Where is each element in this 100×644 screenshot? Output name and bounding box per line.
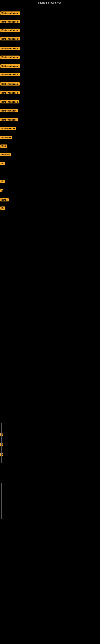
bottleneck-badge-24[interactable]: B — [0, 443, 3, 446]
bottleneck-badge-15[interactable]: Bottlenec — [0, 136, 12, 139]
badge-row-17: Bottlene — [0, 153, 11, 157]
badge-row-11: Bottleneck resu — [0, 100, 19, 104]
badge-row-21: Bottle — [0, 198, 9, 202]
bottleneck-badge-23[interactable]: B — [0, 433, 3, 436]
badge-row-5: Bottleneck result — [0, 47, 20, 51]
bottleneck-badge-18[interactable]: Bo — [0, 162, 5, 165]
badge-row-16: Bott — [0, 144, 7, 148]
bottleneck-badge-2[interactable]: Bottleneck result — [0, 20, 20, 23]
badge-row-25: B — [0, 453, 3, 457]
site-title: TheBottlenecker.com — [0, 0, 100, 5]
badge-row-1: Bottleneck result — [0, 12, 20, 16]
bottleneck-badge-7[interactable]: Bottleneck result — [0, 64, 20, 68]
vertical-line-1 — [1, 422, 1, 463]
bottleneck-badge-20[interactable]: B — [0, 189, 3, 192]
badge-row-23: B — [0, 433, 3, 437]
badge-row-19: Bo — [0, 180, 5, 184]
bottleneck-badge-5[interactable]: Bottleneck result — [0, 47, 20, 50]
bottleneck-badge-17[interactable]: Bottlene — [0, 153, 11, 156]
bottleneck-badge-16[interactable]: Bott — [0, 144, 7, 148]
badge-row-15: Bottlenec — [0, 136, 12, 140]
bottleneck-badge-3[interactable]: Bottleneck result — [0, 28, 20, 32]
bottleneck-badge-13[interactable]: Bottleneck res — [0, 118, 18, 121]
bottleneck-badge-10[interactable]: Bottleneck resul — [0, 91, 20, 94]
bottleneck-badge-9[interactable]: Bottleneck resul — [0, 82, 20, 86]
bottleneck-badge-25[interactable]: B — [0, 453, 3, 456]
bottleneck-badge-6[interactable]: Bottleneck resul — [0, 56, 20, 59]
bottleneck-badge-14[interactable]: Bottleneck re — [0, 127, 16, 130]
badge-row-20: B — [0, 189, 3, 193]
badge-row-14: Bottleneck re — [0, 127, 16, 131]
bottleneck-badge-11[interactable]: Bottleneck resu — [0, 100, 19, 104]
badge-row-8: Bottleneck resul — [0, 73, 20, 77]
badge-row-4: Bottleneck result — [0, 37, 20, 41]
bottleneck-badge-1[interactable]: Bottleneck result — [0, 12, 20, 15]
bottleneck-badge-12[interactable]: Bottleneck res — [0, 109, 18, 112]
bottleneck-badge-21[interactable]: Bottle — [0, 198, 9, 202]
badge-row-24: B — [0, 443, 3, 447]
bottleneck-badge-4[interactable]: Bottleneck result — [0, 37, 20, 40]
badge-row-2: Bottleneck result — [0, 20, 20, 24]
badge-row-10: Bottleneck resul — [0, 91, 20, 95]
badge-row-6: Bottleneck resul — [0, 56, 20, 60]
badge-row-7: Bottleneck result — [0, 64, 20, 68]
badge-row-22: Bo — [0, 206, 5, 210]
badge-row-3: Bottleneck result — [0, 28, 20, 32]
badge-row-9: Bottleneck resul — [0, 82, 20, 86]
bottleneck-badge-8[interactable]: Bottleneck resul — [0, 73, 20, 76]
badge-row-12: Bottleneck res — [0, 109, 18, 113]
badge-row-18: Bo — [0, 162, 5, 166]
bottleneck-badge-19[interactable]: Bo — [0, 180, 5, 183]
bottleneck-badge-22[interactable]: Bo — [0, 206, 5, 210]
badge-row-13: Bottleneck res — [0, 118, 18, 122]
vertical-line-2 — [1, 483, 1, 519]
